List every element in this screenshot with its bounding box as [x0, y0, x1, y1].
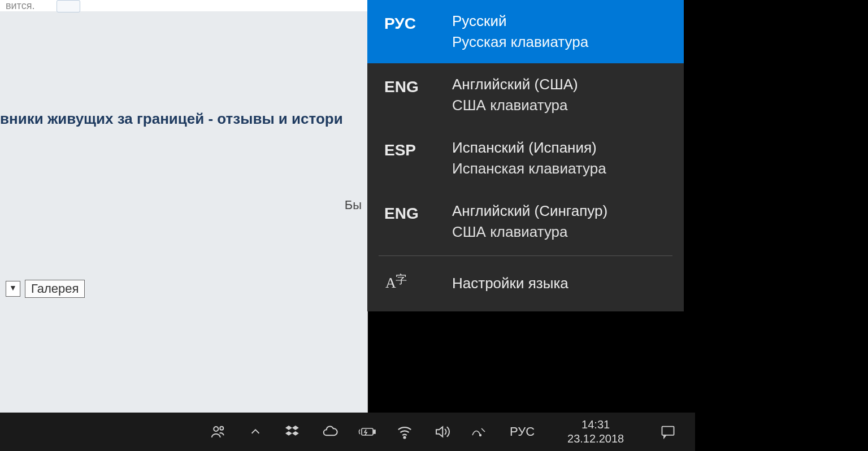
language-option-eng-us[interactable]: ENG Английский (США) США клавиатура [367, 63, 684, 127]
battery-charging-icon[interactable] [358, 423, 376, 441]
gallery-dropdown[interactable]: ▼ Галерея [6, 280, 85, 298]
like-button-icon[interactable] [57, 0, 80, 12]
keyboard-layout: Испанская клавиатура [452, 160, 606, 177]
gallery-label[interactable]: Галерея [25, 280, 85, 298]
language-text: Испанский (Испания) Испанская клавиатура [452, 139, 606, 177]
language-settings-label: Настройки языка [452, 275, 568, 292]
language-name: Испанский (Испания) [452, 139, 606, 157]
page-top-fragment: вится. [0, 0, 367, 11]
show-hidden-icons-icon[interactable] [246, 423, 264, 441]
language-code: ENG [384, 76, 429, 96]
language-option-eng-sg[interactable]: ENG Английский (Сингапур) США клавиатура [367, 190, 684, 253]
clock-time: 14:31 [581, 418, 610, 432]
svg-point-3 [220, 427, 223, 430]
language-settings-button[interactable]: A 字 Настройки языка [367, 256, 684, 311]
language-option-esp[interactable]: ESP Испанский (Испания) Испанская клавиа… [367, 127, 684, 190]
language-code: ESP [384, 139, 429, 159]
system-tray: РУС 14:31 23.12.2018 [209, 418, 677, 446]
svg-rect-8 [662, 427, 674, 435]
language-text: Английский (США) США клавиатура [452, 76, 578, 114]
page-headline: вники живущих за границей - отзывы и ист… [0, 110, 343, 128]
language-text: Русский Русская клавиатура [452, 12, 588, 51]
language-code: ENG [384, 202, 429, 223]
volume-icon[interactable] [433, 423, 451, 441]
language-name: Английский (США) [452, 76, 578, 93]
action-center-icon[interactable] [659, 423, 677, 441]
svg-point-2 [214, 427, 218, 431]
chevron-down-icon[interactable]: ▼ [6, 281, 20, 297]
language-settings-icon: A 字 [384, 272, 429, 294]
language-option-rus[interactable]: РУС Русский Русская клавиатура [367, 0, 684, 63]
language-switcher-popup: РУС Русский Русская клавиатура ENG Англи… [367, 0, 684, 311]
taskbar: РУС 14:31 23.12.2018 [0, 413, 695, 451]
keyboard-layout: США клавиатура [452, 97, 578, 114]
svg-point-7 [480, 435, 481, 436]
clock[interactable]: 14:31 23.12.2018 [567, 418, 624, 446]
svg-text:A: A [385, 275, 396, 291]
keyboard-layout: Русская клавиатура [452, 33, 588, 51]
keyboard-layout: США клавиатура [452, 223, 607, 241]
svg-text:字: 字 [396, 273, 407, 285]
page-small-label: Бы [345, 198, 362, 213]
background-webpage: вится. вники живущих за границей - отзыв… [0, 0, 368, 413]
language-indicator[interactable]: РУС [507, 423, 537, 441]
language-name: Русский [452, 12, 588, 30]
svg-point-6 [404, 437, 406, 439]
language-code: РУС [384, 12, 429, 33]
svg-rect-5 [374, 430, 375, 433]
pen-tablet-icon[interactable] [470, 423, 488, 441]
people-icon[interactable] [209, 423, 227, 441]
svg-rect-4 [362, 428, 373, 435]
clock-date: 23.12.2018 [567, 432, 624, 446]
language-text: Английский (Сингапур) США клавиатура [452, 202, 607, 241]
language-name: Английский (Сингапур) [452, 202, 607, 220]
wifi-icon[interactable] [396, 423, 414, 441]
cloud-icon[interactable] [321, 423, 339, 441]
dropbox-icon[interactable] [284, 423, 302, 441]
